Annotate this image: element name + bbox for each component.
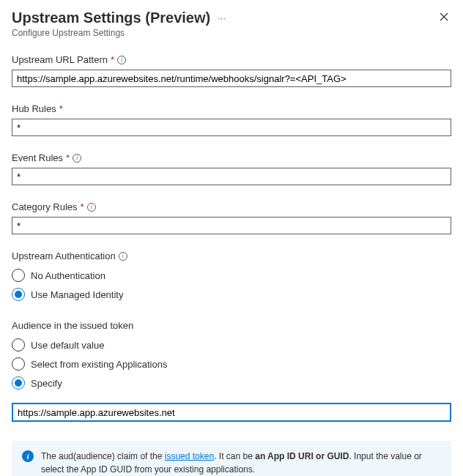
info-icon: i <box>22 450 34 462</box>
radio-label: Specify <box>31 378 62 389</box>
more-icon[interactable]: ··· <box>218 12 226 23</box>
radio-label: Select from existing Applications <box>31 359 167 370</box>
url-pattern-label: Upstream URL Pattern <box>12 54 108 65</box>
auth-label: Upstream Authentication <box>12 250 116 261</box>
info-icon[interactable]: i <box>73 154 81 163</box>
info-icon[interactable]: i <box>87 203 96 212</box>
radio-label: No Authentication <box>31 270 105 281</box>
radio-select-existing-app[interactable]: Select from existing Applications <box>12 354 451 373</box>
info-message: i The aud(audience) claim of the issued … <box>12 441 451 476</box>
category-rules-label: Category Rules <box>12 201 78 212</box>
radio-no-authentication[interactable]: No Authentication <box>12 266 451 285</box>
info-icon[interactable]: i <box>117 56 126 64</box>
radio-icon <box>12 376 25 390</box>
url-pattern-input[interactable] <box>12 70 451 87</box>
info-text: The aud(audience) claim of the issued to… <box>41 450 441 476</box>
radio-icon <box>12 269 25 282</box>
audience-specify-input[interactable] <box>12 403 451 422</box>
radio-label: Use default value <box>31 340 104 351</box>
hub-rules-input[interactable] <box>12 119 451 136</box>
event-rules-input[interactable] <box>12 168 451 185</box>
radio-specify[interactable]: Specify <box>12 373 451 393</box>
radio-label: Use Managed Identity <box>31 289 123 300</box>
radio-use-default-value[interactable]: Use default value <box>12 335 451 354</box>
required-mark: * <box>81 201 84 212</box>
required-mark: * <box>111 54 114 65</box>
hub-rules-label: Hub Rules <box>12 103 56 114</box>
issued-token-link[interactable]: issued token <box>165 451 214 461</box>
page-subtitle: Configure Upstream Settings <box>12 28 451 38</box>
radio-icon <box>12 288 25 301</box>
category-rules-input[interactable] <box>12 217 451 234</box>
required-mark: * <box>66 152 70 163</box>
event-rules-label: Event Rules <box>12 152 63 163</box>
radio-use-managed-identity[interactable]: Use Managed Identity <box>12 285 451 304</box>
audience-label: Audience in the issued token <box>12 320 133 331</box>
info-icon[interactable]: i <box>119 252 127 261</box>
page-title: Upstream Settings (Preview) <box>12 10 210 26</box>
close-icon[interactable] <box>437 9 451 26</box>
required-mark: * <box>59 103 63 114</box>
radio-icon <box>12 357 25 371</box>
radio-icon <box>12 338 25 352</box>
